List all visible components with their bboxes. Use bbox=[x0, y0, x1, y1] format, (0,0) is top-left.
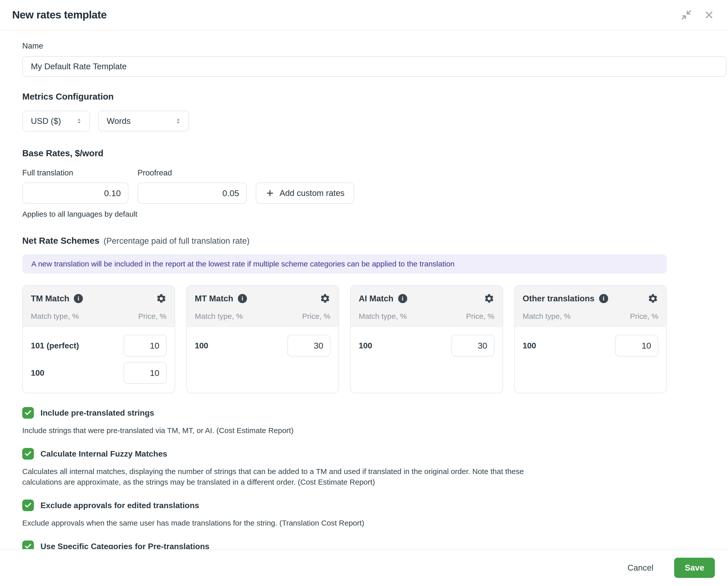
price-input[interactable] bbox=[124, 362, 166, 384]
tm-match-card: TM Match i Match type, % Price, % 101 (p… bbox=[22, 285, 175, 393]
gear-icon[interactable] bbox=[484, 293, 494, 304]
full-translation-field: Full translation bbox=[22, 168, 128, 204]
rate-row: 100 bbox=[31, 362, 166, 384]
rate-row: 100 bbox=[195, 335, 331, 356]
option-label: Calculate Internal Fuzzy Matches bbox=[41, 449, 167, 459]
full-translation-label: Full translation bbox=[22, 168, 128, 177]
add-custom-rates-label: Add custom rates bbox=[280, 188, 344, 198]
gear-icon[interactable] bbox=[320, 293, 330, 304]
net-rate-schemes-heading-row: Net Rate Schemes (Percentage paid of ful… bbox=[22, 236, 728, 246]
net-rate-schemes-subheading: (Percentage paid of full translation rat… bbox=[103, 236, 250, 246]
option-exclude-approvals: Exclude approvals for edited translation… bbox=[22, 500, 728, 528]
gear-icon[interactable] bbox=[156, 293, 166, 304]
collapse-icon[interactable] bbox=[680, 9, 692, 21]
match-type-label: 100 bbox=[31, 368, 44, 378]
card-title: AI Match bbox=[359, 294, 394, 303]
card-header: TM Match i Match type, % Price, % bbox=[23, 286, 175, 327]
info-icon[interactable]: i bbox=[398, 294, 407, 303]
option-internal-fuzzy-matches: Calculate Internal Fuzzy Matches Calcula… bbox=[22, 448, 728, 487]
match-type-column-header: Match type, % bbox=[523, 312, 571, 321]
net-rate-scheme-cards: TM Match i Match type, % Price, % 101 (p… bbox=[22, 285, 667, 393]
match-type-column-header: Match type, % bbox=[31, 312, 79, 321]
info-banner: A new translation will be included in th… bbox=[22, 254, 667, 274]
base-rates-note: Applies to all languages by default bbox=[22, 210, 728, 219]
card-title: Other translations bbox=[523, 294, 595, 303]
option-description: Include strings that were pre-translated… bbox=[22, 425, 530, 436]
metrics-configuration-heading: Metrics Configuration bbox=[22, 92, 728, 102]
select-chevron-icon bbox=[75, 117, 83, 125]
full-translation-input[interactable] bbox=[22, 182, 128, 204]
check-icon bbox=[24, 409, 32, 417]
page-title: New rates template bbox=[12, 9, 107, 21]
check-icon bbox=[24, 542, 32, 549]
checkbox-checked[interactable] bbox=[22, 407, 34, 418]
currency-select-value: USD ($) bbox=[31, 116, 61, 126]
select-chevron-icon bbox=[175, 117, 182, 125]
card-title: TM Match bbox=[31, 294, 69, 303]
rate-row: 100 bbox=[523, 335, 658, 356]
checkbox-checked[interactable] bbox=[22, 448, 34, 460]
save-button[interactable]: Save bbox=[674, 558, 715, 578]
proofread-label: Proofread bbox=[137, 168, 247, 177]
name-label: Name bbox=[22, 42, 728, 51]
info-icon[interactable]: i bbox=[74, 294, 83, 303]
price-input[interactable] bbox=[287, 335, 330, 356]
ai-match-card: AI Match i Match type, % Price, % 100 bbox=[350, 285, 503, 393]
gear-icon[interactable] bbox=[648, 293, 658, 304]
checkbox-row[interactable]: Calculate Internal Fuzzy Matches bbox=[22, 448, 728, 460]
price-column-header: Price, % bbox=[466, 312, 494, 321]
checkbox-checked[interactable] bbox=[22, 540, 34, 549]
card-header: Other translations i Match type, % Price… bbox=[515, 286, 667, 327]
match-type-label: 100 bbox=[359, 341, 372, 350]
info-icon[interactable]: i bbox=[599, 294, 608, 303]
info-icon[interactable]: i bbox=[238, 294, 247, 303]
unit-select[interactable]: Words bbox=[98, 111, 189, 131]
option-description: Calculates all internal matches, display… bbox=[22, 466, 530, 487]
checkbox-row[interactable]: Include pre-translated strings bbox=[22, 407, 728, 418]
match-type-column-header: Match type, % bbox=[359, 312, 407, 321]
card-body: 100 bbox=[350, 327, 502, 393]
window-actions bbox=[680, 9, 715, 21]
price-column-header: Price, % bbox=[302, 312, 330, 321]
name-input[interactable] bbox=[22, 56, 727, 77]
price-column-header: Price, % bbox=[630, 312, 658, 321]
card-header: MT Match i Match type, % Price, % bbox=[187, 286, 339, 327]
match-type-label: 100 bbox=[195, 341, 208, 350]
match-type-column-header: Match type, % bbox=[195, 312, 243, 321]
other-translations-card: Other translations i Match type, % Price… bbox=[514, 285, 667, 393]
checkbox-checked[interactable] bbox=[22, 500, 34, 511]
dialog-body: Name Metrics Configuration USD ($) Words… bbox=[0, 30, 728, 549]
unit-select-value: Words bbox=[107, 116, 131, 126]
checkbox-row[interactable]: Exclude approvals for edited translation… bbox=[22, 500, 728, 511]
price-input[interactable] bbox=[615, 335, 658, 356]
dialog-footer: Cancel Save bbox=[0, 549, 728, 586]
checkbox-row[interactable]: Use Specific Categories for Pre-translat… bbox=[22, 540, 728, 549]
base-rates-heading: Base Rates, $/word bbox=[22, 148, 728, 158]
rate-row: 100 bbox=[359, 335, 494, 356]
metrics-selects-row: USD ($) Words bbox=[22, 111, 728, 131]
price-input[interactable] bbox=[124, 335, 166, 356]
card-body: 101 (perfect) 100 bbox=[23, 327, 175, 393]
base-rates-row: Full translation Proofread Add custom ra… bbox=[22, 168, 728, 204]
card-header: AI Match i Match type, % Price, % bbox=[350, 286, 502, 327]
mt-match-card: MT Match i Match type, % Price, % 100 bbox=[186, 285, 339, 393]
option-label: Use Specific Categories for Pre-translat… bbox=[41, 542, 210, 549]
proofread-field: Proofread bbox=[137, 168, 247, 204]
card-body: 100 bbox=[515, 327, 667, 393]
price-column-header: Price, % bbox=[138, 312, 166, 321]
option-specific-categories: Use Specific Categories for Pre-translat… bbox=[22, 540, 728, 549]
check-icon bbox=[24, 450, 32, 458]
currency-select[interactable]: USD ($) bbox=[22, 111, 90, 131]
dialog-header: New rates template bbox=[0, 0, 728, 30]
card-body: 100 bbox=[187, 327, 339, 393]
cancel-button[interactable]: Cancel bbox=[621, 558, 659, 577]
card-title: MT Match bbox=[195, 294, 233, 303]
plus-icon bbox=[265, 188, 275, 198]
check-icon bbox=[24, 502, 32, 509]
rate-row: 101 (perfect) bbox=[31, 335, 166, 356]
price-input[interactable] bbox=[451, 335, 494, 356]
match-type-label: 101 (perfect) bbox=[31, 341, 79, 350]
close-icon[interactable] bbox=[703, 9, 715, 21]
proofread-input[interactable] bbox=[137, 182, 247, 204]
add-custom-rates-button[interactable]: Add custom rates bbox=[256, 182, 354, 204]
